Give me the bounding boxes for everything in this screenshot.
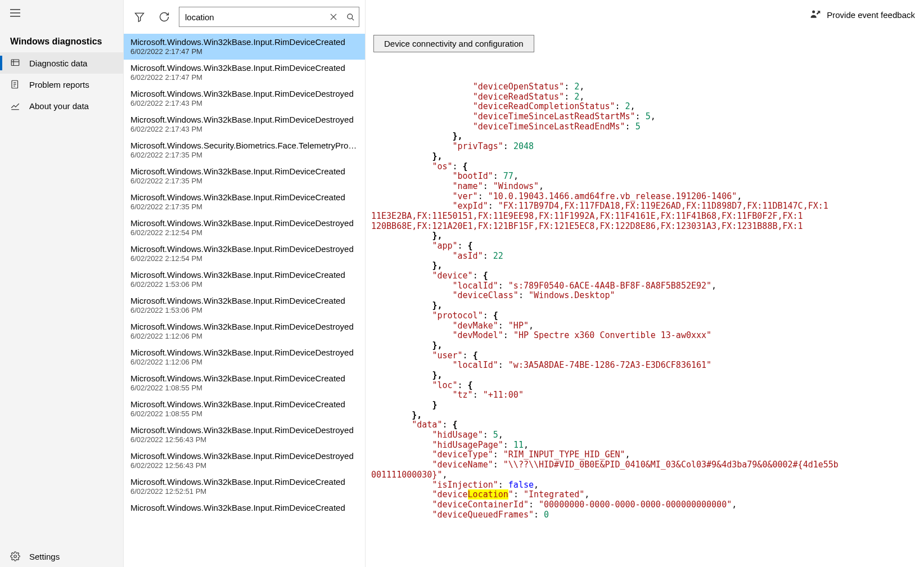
nav-label: About your data [29, 101, 89, 111]
feedback-label: Provide event feedback [827, 10, 915, 20]
event-item[interactable]: Microsoft.Windows.Win32kBase.Input.RimDe… [124, 448, 365, 474]
event-time: 6/02/2022 2:17:35 PM [130, 202, 358, 211]
event-item[interactable]: Microsoft.Windows.Win32kBase.Input.RimDe… [124, 370, 365, 396]
nav-icon [10, 101, 20, 111]
event-item[interactable]: Microsoft.Windows.Win32kBase.Input.RimDe… [124, 163, 365, 189]
event-list[interactable]: Microsoft.Windows.Win32kBase.Input.RimDe… [124, 34, 365, 567]
event-name: Microsoft.Windows.Win32kBase.Input.RimDe… [130, 451, 358, 461]
event-item[interactable]: Microsoft.Windows.Win32kBase.Input.RimDe… [124, 111, 365, 137]
event-item[interactable]: Microsoft.Windows.Win32kBase.Input.RimDe… [124, 241, 365, 267]
event-name: Microsoft.Windows.Win32kBase.Input.RimDe… [130, 296, 358, 305]
event-item[interactable]: Microsoft.Windows.Win32kBase.Input.RimDe… [124, 396, 365, 422]
event-name: Microsoft.Windows.Win32kBase.Input.RimDe… [130, 477, 358, 487]
event-time: 6/02/2022 1:08:55 PM [130, 384, 358, 392]
settings-label: Settings [29, 552, 60, 561]
event-name: Microsoft.Windows.Win32kBase.Input.RimDe… [130, 270, 358, 280]
event-name: Microsoft.Windows.Win32kBase.Input.RimDe… [130, 374, 358, 383]
svg-point-15 [347, 14, 352, 19]
event-time: 6/02/2022 2:17:35 PM [130, 177, 358, 185]
event-time: 6/02/2022 1:12:06 PM [130, 358, 358, 366]
event-time: 6/02/2022 2:17:47 PM [130, 73, 358, 82]
event-item[interactable]: Microsoft.Windows.Win32kBase.Input.RimDe… [124, 60, 365, 86]
event-name: Microsoft.Windows.Win32kBase.Input.RimDe… [130, 503, 358, 512]
event-item[interactable]: Microsoft.Windows.Win32kBase.Input.RimDe… [124, 500, 365, 517]
search-submit-button[interactable] [342, 7, 359, 26]
gear-icon [10, 551, 20, 561]
event-time: 6/02/2022 2:12:54 PM [130, 254, 358, 263]
feedback-icon [810, 9, 821, 20]
event-item[interactable]: Microsoft.Windows.Win32kBase.Input.RimDe… [124, 318, 365, 344]
event-time: 6/02/2022 1:08:55 PM [130, 410, 358, 418]
event-item[interactable]: Microsoft.Windows.Win32kBase.Input.RimDe… [124, 474, 365, 500]
filter-button[interactable] [129, 7, 150, 27]
sidebar: Windows diagnostics Diagnostic dataProbl… [0, 0, 124, 567]
event-name: Microsoft.Windows.Security.Biometrics.Fa… [130, 141, 358, 150]
nav-icon [10, 79, 20, 89]
svg-marker-12 [136, 13, 144, 21]
refresh-icon [159, 11, 170, 22]
hamburger-button[interactable] [0, 0, 123, 28]
event-time: 6/02/2022 12:56:43 PM [130, 461, 358, 470]
event-name: Microsoft.Windows.Win32kBase.Input.RimDe… [130, 166, 358, 176]
svg-line-16 [351, 18, 354, 20]
event-name: Microsoft.Windows.Win32kBase.Input.RimDe… [130, 399, 358, 409]
search-icon [346, 13, 355, 21]
event-item[interactable]: Microsoft.Windows.Win32kBase.Input.RimDe… [124, 34, 365, 60]
event-time: 6/02/2022 1:53:06 PM [130, 306, 358, 314]
app-title: Windows diagnostics [0, 28, 123, 52]
nav-item-about-your-data[interactable]: About your data [0, 95, 123, 116]
svg-point-17 [812, 11, 815, 14]
event-name: Microsoft.Windows.Win32kBase.Input.RimDe… [130, 322, 358, 331]
event-name: Microsoft.Windows.Win32kBase.Input.RimDe… [130, 115, 358, 124]
event-name: Microsoft.Windows.Win32kBase.Input.RimDe… [130, 63, 358, 73]
svg-point-11 [14, 555, 17, 558]
event-time: 6/02/2022 2:12:54 PM [130, 228, 358, 237]
settings-nav-item[interactable]: Settings [0, 546, 123, 567]
event-item[interactable]: Microsoft.Windows.Win32kBase.Input.RimDe… [124, 292, 365, 318]
nav-items: Diagnostic dataProblem reportsAbout your… [0, 52, 123, 546]
event-name: Microsoft.Windows.Win32kBase.Input.RimDe… [130, 425, 358, 435]
event-item[interactable]: Microsoft.Windows.Security.Biometrics.Fa… [124, 137, 365, 163]
event-item[interactable]: Microsoft.Windows.Win32kBase.Input.RimDe… [124, 344, 365, 370]
detail-pane: Provide event feedback Device connectivi… [366, 0, 924, 567]
event-time: 6/02/2022 12:52:51 PM [130, 487, 358, 496]
event-item[interactable]: Microsoft.Windows.Win32kBase.Input.RimDe… [124, 422, 365, 448]
event-name: Microsoft.Windows.Win32kBase.Input.RimDe… [130, 37, 358, 47]
event-time: 6/02/2022 2:17:47 PM [130, 47, 358, 56]
event-time: 6/02/2022 1:12:06 PM [130, 332, 358, 340]
event-item[interactable]: Microsoft.Windows.Win32kBase.Input.RimDe… [124, 215, 365, 241]
hamburger-icon [10, 9, 20, 17]
search-clear-button[interactable] [325, 7, 342, 26]
event-name: Microsoft.Windows.Win32kBase.Input.RimDe… [130, 244, 358, 254]
event-name: Microsoft.Windows.Win32kBase.Input.RimDe… [130, 348, 358, 357]
event-name: Microsoft.Windows.Win32kBase.Input.RimDe… [130, 89, 358, 98]
nav-item-diagnostic-data[interactable]: Diagnostic data [0, 52, 123, 74]
filter-icon [134, 11, 145, 22]
event-time: 6/02/2022 2:17:43 PM [130, 99, 358, 107]
refresh-button[interactable] [154, 7, 174, 27]
nav-label: Diagnostic data [29, 58, 87, 68]
nav-label: Problem reports [29, 80, 89, 89]
event-item[interactable]: Microsoft.Windows.Win32kBase.Input.RimDe… [124, 189, 365, 215]
category-chip[interactable]: Device connectivity and configuration [373, 35, 534, 52]
events-pane: Microsoft.Windows.Win32kBase.Input.RimDe… [124, 0, 366, 567]
nav-icon [10, 58, 20, 68]
event-item[interactable]: Microsoft.Windows.Win32kBase.Input.RimDe… [124, 267, 365, 292]
nav-item-problem-reports[interactable]: Problem reports [0, 74, 123, 95]
feedback-button[interactable]: Provide event feedback [808, 6, 917, 24]
search-box [179, 7, 359, 27]
close-icon [330, 14, 337, 20]
svg-rect-3 [11, 60, 19, 66]
event-time: 6/02/2022 2:17:35 PM [130, 151, 358, 159]
event-item[interactable]: Microsoft.Windows.Win32kBase.Input.RimDe… [124, 86, 365, 111]
json-view: "deviceOpenStatus": 2, "deviceReadStatus… [366, 81, 924, 525]
event-time: 6/02/2022 2:17:43 PM [130, 125, 358, 133]
event-name: Microsoft.Windows.Win32kBase.Input.RimDe… [130, 218, 358, 228]
event-time: 6/02/2022 12:56:43 PM [130, 435, 358, 444]
detail-top-bar: Provide event feedback [366, 0, 924, 29]
event-time: 6/02/2022 1:53:06 PM [130, 280, 358, 289]
event-name: Microsoft.Windows.Win32kBase.Input.RimDe… [130, 192, 358, 202]
search-input[interactable] [179, 7, 325, 26]
events-toolbar [124, 0, 365, 34]
